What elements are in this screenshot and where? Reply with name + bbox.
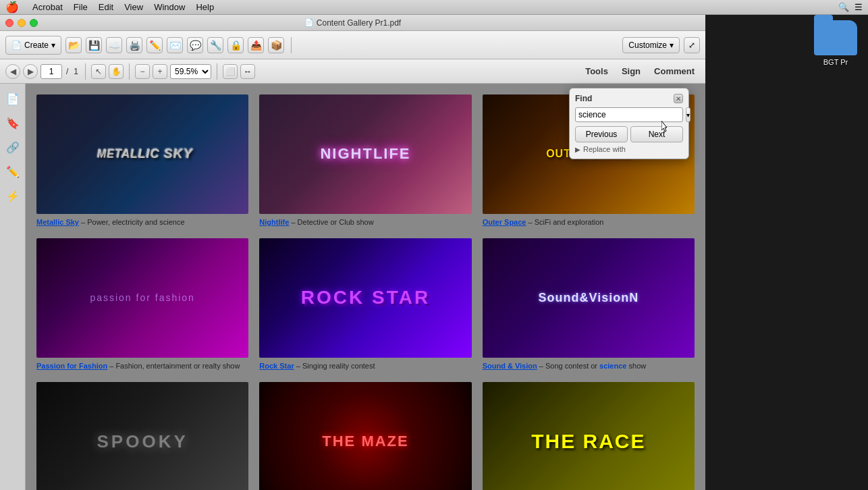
traffic-lights xyxy=(5,19,38,27)
find-close-button[interactable]: ✕ xyxy=(674,94,683,103)
gallery-title-metallic-sky[interactable]: Metallic Sky xyxy=(36,218,79,226)
speech-button[interactable]: 💬 xyxy=(187,37,203,53)
sidebar: 📄 🔖 🔗 ✏️ ⚡ xyxy=(0,84,26,490)
menu-view[interactable]: View xyxy=(124,2,143,12)
pdf-icon: 📄 xyxy=(304,18,314,27)
hand-tool-button[interactable]: ✋ xyxy=(109,64,124,79)
gallery-caption-outer-space: Outer Space – SciFi and exploration xyxy=(483,217,695,227)
minimize-button[interactable] xyxy=(18,19,26,27)
sidebar-page-icon[interactable]: 📄 xyxy=(3,89,22,108)
toolbar-separator xyxy=(291,37,292,53)
fit-page-button[interactable]: ⬜ xyxy=(223,64,238,79)
gallery-thumb-sound-vision[interactable] xyxy=(483,238,695,358)
tools2-button[interactable]: 🔧 xyxy=(207,37,223,53)
open-button[interactable]: 📂 xyxy=(65,37,82,53)
find-dialog-title: Find xyxy=(575,94,592,103)
save-button[interactable]: 💾 xyxy=(86,37,102,53)
secure-button[interactable]: 🔒 xyxy=(227,37,244,53)
zoom-select[interactable]: 59.5% xyxy=(170,64,211,79)
gallery-item-maze: The Maze – Game show, science or culture xyxy=(259,382,471,490)
sign-button[interactable]: Sign xyxy=(616,66,646,76)
gallery-thumb-passion[interactable] xyxy=(36,238,248,358)
gallery-thumb-maze[interactable] xyxy=(259,382,471,490)
gallery-item-sound-vision: Sound & Vision – Song contest or science… xyxy=(483,238,695,371)
export-button[interactable]: 📤 xyxy=(248,37,264,53)
nav-separator2 xyxy=(129,63,130,80)
back-nav-button[interactable]: ◀ xyxy=(5,64,20,79)
gallery-desc-sound-vision-prefix: – Song contest or xyxy=(539,362,599,370)
gallery-thumb-nightlife[interactable] xyxy=(259,94,471,214)
sidebar-bookmark-icon[interactable]: 🔖 xyxy=(3,113,22,132)
gallery-title-passion[interactable]: Passion for Fashion xyxy=(36,362,107,370)
customize-button[interactable]: Customize ▾ xyxy=(622,37,680,53)
apple-menu[interactable]: 🍎 xyxy=(5,1,19,13)
comment-button[interactable]: Comment xyxy=(649,66,700,76)
gallery-item-metallic-sky: Metallic Sky – Power, electricity and sc… xyxy=(36,94,248,227)
expand-button[interactable]: ⤢ xyxy=(684,37,700,53)
fit-width-button[interactable]: ↔ xyxy=(240,64,255,79)
find-replace-row[interactable]: ▶ Replace with xyxy=(575,145,683,153)
page-total: 1 xyxy=(74,67,78,76)
menu-window[interactable]: Window xyxy=(154,2,185,12)
gallery-title-nightlife[interactable]: Nightlife xyxy=(259,218,289,226)
page-number-input[interactable] xyxy=(40,64,62,79)
sidebar-tools-icon[interactable]: ⚡ xyxy=(3,186,22,205)
print-button[interactable]: 🖨️ xyxy=(126,37,142,53)
menu-file[interactable]: File xyxy=(74,2,88,12)
gallery-thumb-metallic-sky[interactable] xyxy=(36,94,248,214)
cloud-button[interactable]: ☁️ xyxy=(106,37,122,53)
compress-button[interactable]: 📦 xyxy=(268,37,284,53)
sidebar-link-icon[interactable]: 🔗 xyxy=(3,138,22,157)
create-button[interactable]: 📄 Create ▾ xyxy=(5,36,61,55)
gallery-caption-sound-vision: Sound & Vision – Song contest or science… xyxy=(483,360,695,371)
gallery-caption-metallic-sky: Metallic Sky – Power, electricity and sc… xyxy=(36,217,248,227)
gallery-desc-metallic-sky: – Power, electricity and science xyxy=(81,218,184,226)
menu-edit[interactable]: Edit xyxy=(99,2,113,12)
menu-help[interactable]: Help xyxy=(196,2,214,12)
folder-icon xyxy=(814,20,857,55)
find-next-button[interactable]: Next xyxy=(630,126,683,142)
email-button[interactable]: ✉️ xyxy=(167,37,183,53)
menubar: 🍎 Acrobat File Edit View Window Help 🔍 ☰ xyxy=(0,0,868,15)
find-dialog: Find ✕ ▾ Previous Next ▶ Replace with xyxy=(569,88,689,159)
customize-arrow: ▾ xyxy=(670,40,674,50)
find-previous-button[interactable]: Previous xyxy=(575,126,628,142)
maximize-button[interactable] xyxy=(30,19,38,27)
menu-acrobat[interactable]: Acrobat xyxy=(32,2,63,12)
zoom-out-button[interactable]: − xyxy=(135,64,150,79)
find-dialog-header: Find ✕ xyxy=(575,94,683,103)
gallery-item-rock-star: Rock Star – Singing reality contest xyxy=(259,238,471,371)
gallery-thumb-race[interactable] xyxy=(483,382,695,490)
sidebar-annotation-icon[interactable]: ✏️ xyxy=(3,162,22,181)
gallery-title-outer-space[interactable]: Outer Space xyxy=(483,218,526,226)
annotate-button[interactable]: ✏️ xyxy=(146,37,163,53)
gallery-caption-nightlife: Nightlife – Detective or Club show xyxy=(259,217,471,227)
nav-separator xyxy=(85,63,86,80)
close-button[interactable] xyxy=(5,19,13,27)
search-icon[interactable]: 🔍 xyxy=(838,2,849,12)
gallery-item-nightlife: Nightlife – Detective or Club show xyxy=(259,94,471,227)
tools-button[interactable]: Tools xyxy=(580,66,614,76)
gallery-thumb-rock-star[interactable] xyxy=(259,238,471,358)
select-tool-button[interactable]: ↖ xyxy=(91,64,106,79)
create-icon: 📄 xyxy=(11,40,22,50)
gallery-desc-sound-vision-suffix: show xyxy=(629,362,647,370)
navbar: ◀ ▶ / 1 ↖ ✋ − + 59.5% ⬜ ↔ Tools Sign Com… xyxy=(0,59,705,84)
gallery-title-rock-star[interactable]: Rock Star xyxy=(259,362,294,370)
gallery-thumb-spooky[interactable] xyxy=(36,382,248,490)
list-icon[interactable]: ☰ xyxy=(855,2,863,12)
find-search-input[interactable] xyxy=(575,107,683,122)
gallery-caption-rock-star: Rock Star – Singing reality contest xyxy=(259,360,471,371)
gallery-title-sound-vision[interactable]: Sound & Vision xyxy=(483,362,537,370)
desktop-folder[interactable]: BGT Pr xyxy=(814,20,857,66)
forward-nav-button[interactable]: ▶ xyxy=(23,64,38,79)
gallery-desc-rock-star: – Singing reality contest xyxy=(296,362,375,370)
gallery-item-race: The Race – Game show, reality show or ex… xyxy=(483,382,695,490)
gallery-item-passion: Passion for Fashion – Fashion, entertain… xyxy=(36,238,248,371)
titlebar: 📄 Content Gallery Pr1.pdf xyxy=(0,15,705,31)
create-dropdown-arrow: ▾ xyxy=(51,40,55,50)
zoom-in-button[interactable]: + xyxy=(153,64,167,79)
find-dropdown-button[interactable]: ▾ xyxy=(686,107,690,122)
folder-label: BGT Pr xyxy=(823,58,848,66)
gallery-highlight-sound-vision: science xyxy=(599,362,626,370)
